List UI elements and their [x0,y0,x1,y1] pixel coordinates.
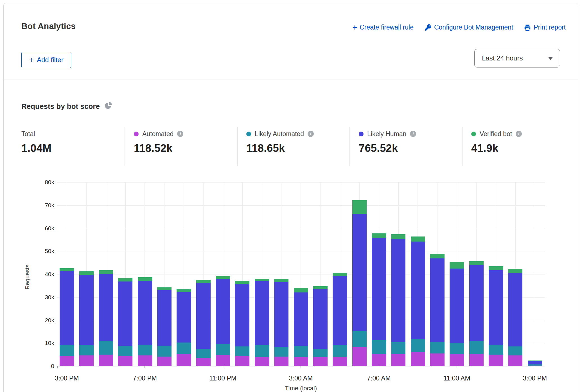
likely-automated-value: 118.65k [246,142,348,154]
y-tick-label: 10k [45,340,54,346]
bar-segment-likely-human [99,274,113,341]
bar-segment-verified-bot [60,268,74,271]
bar-segment-likely-human [469,265,484,341]
bar-600am[interactable] [352,200,367,366]
bar-segment-likely-human [138,281,152,345]
bar-500am[interactable] [333,273,347,366]
bar-segment-automated [313,357,328,366]
bar-700pm[interactable] [138,277,152,366]
bar-segment-likely-human [196,283,211,349]
bar-300pm[interactable] [60,268,74,366]
bar-segment-automated [177,354,191,366]
bar-segment-verified-bot [450,262,464,269]
bar-300am[interactable] [294,288,308,366]
bar-segment-verified-bot [138,277,152,281]
bar-segment-likely-automated [60,345,74,356]
bar-segment-likely-automated [469,341,484,354]
x-tick-label: 11:00 PM [209,375,236,382]
bar-100pm[interactable] [489,266,503,366]
configure-bot-management-link[interactable]: Configure Bot Management [424,24,513,31]
bar-1100pm[interactable] [216,276,230,366]
bar-segment-likely-automated [294,346,308,357]
info-icon[interactable]: i [516,131,522,137]
bar-segment-automated [255,357,269,366]
bar-segment-likely-human [528,361,542,364]
likely-automated-legend-dot [246,132,251,136]
x-axis-origin-tick [57,366,58,368]
bar-segment-verified-bot [391,234,405,239]
bar-segment-likely-automated [79,345,94,355]
stat-divider [125,127,125,166]
bar-segment-verified-bot [235,281,249,284]
bar-segment-likely-automated [411,339,425,352]
bar-700am[interactable] [372,233,386,366]
bar-segment-automated [489,355,503,366]
bar-segment-automated [235,356,249,366]
x-tick-label: 3:00 PM [523,375,547,382]
bar-segment-likely-human [60,271,74,345]
bar-1000am[interactable] [430,254,445,366]
bar-segment-likely-human [352,214,367,331]
x-axis-tick [67,366,67,368]
add-filter-label: Add filter [37,56,64,64]
stat-divider [237,127,238,166]
print-report-link[interactable]: Print report [524,24,566,31]
info-icon[interactable]: i [410,131,416,137]
bar-segment-likely-automated [177,343,191,354]
bar-segment-likely-human [157,290,172,346]
bar-segment-automated [274,357,288,366]
bar-100am[interactable] [255,279,269,366]
bar-200am[interactable] [274,279,288,366]
bar-segment-likely-human [274,282,288,347]
bar-segment-likely-automated [216,344,230,355]
gridline-x [535,182,535,366]
bar-segment-verified-bot [313,286,328,289]
bar-segment-verified-bot [333,273,347,276]
bar-300pm[interactable] [528,361,542,366]
bar-segment-likely-automated [391,342,405,354]
x-axis-tick [301,366,301,368]
bar-segment-automated [79,355,94,366]
bar-segment-automated [430,353,445,366]
bar-segment-likely-human [489,270,503,345]
header-divider [4,80,578,80]
bar-segment-automated [138,355,152,366]
page-title: Bot Analytics [21,21,76,31]
bar-segment-likely-human [508,273,522,346]
create-firewall-rule-link[interactable]: + Create firewall rule [352,24,414,31]
bar-segment-likely-automated [138,345,152,355]
info-icon[interactable]: i [308,131,314,137]
time-range-dropdown[interactable]: Last 24 hours [474,49,560,67]
bar-segment-automated [508,355,522,366]
bar-800am[interactable] [391,234,405,366]
bar-400am[interactable] [313,286,328,366]
wrench-icon [424,24,432,31]
bar-400pm[interactable] [79,271,94,366]
add-filter-button[interactable]: + Add filter [21,52,71,68]
bar-segment-likely-automated [313,349,328,357]
bar-segment-automated [450,354,464,366]
bar-1200pm[interactable] [469,261,484,366]
bar-200pm[interactable] [508,269,522,366]
bar-1000pm[interactable] [196,280,211,366]
bar-segment-likely-human [255,281,269,345]
bar-900am[interactable] [411,236,425,366]
bar-segment-verified-bot [294,288,308,292]
y-tick-label: 70k [45,202,54,209]
bar-segment-verified-bot [177,289,191,292]
x-tick-label: 11:00 AM [443,375,470,382]
bar-segment-likely-human [235,284,249,346]
info-icon[interactable]: i [177,131,183,137]
stat-divider [349,127,350,166]
bar-segment-automated [60,356,74,366]
bar-segment-verified-bot [79,271,94,275]
bar-1200am[interactable] [235,281,249,366]
bar-500pm[interactable] [99,270,113,366]
bar-800pm[interactable] [157,287,172,366]
bar-1100am[interactable] [450,262,464,366]
bar-segment-automated [196,358,211,366]
bar-900pm[interactable] [177,289,191,366]
bar-600pm[interactable] [118,278,132,366]
stat-likely-human: Likely Human i 765.52k [359,130,460,154]
header-actions: + Create firewall rule Configure Bot Man… [352,24,566,31]
